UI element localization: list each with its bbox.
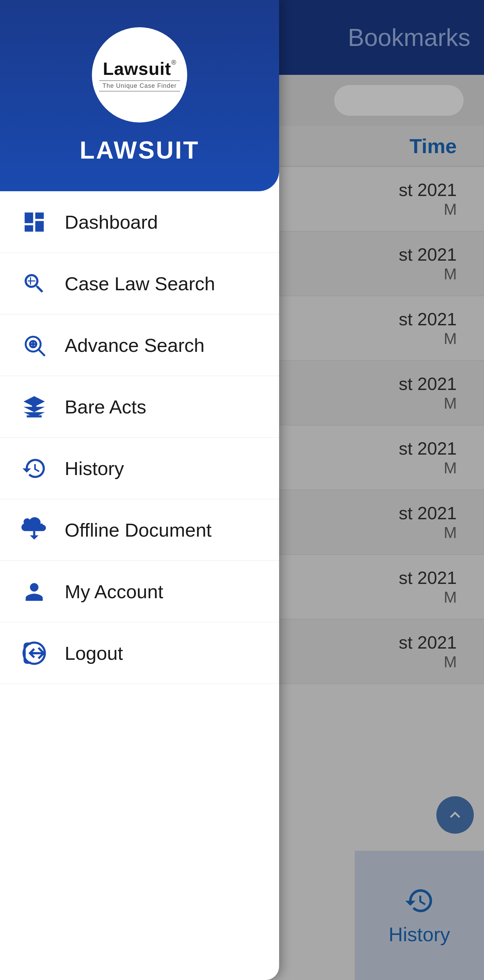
- logo-tagline: The Unique Case Finder: [99, 80, 180, 92]
- logout-icon: [21, 640, 48, 667]
- dashboard-icon: [21, 208, 48, 235]
- app-logo: Lawsuit ® The Unique Case Finder: [92, 27, 187, 123]
- logo-reg: ®: [171, 59, 176, 66]
- sidebar-case-law-label: Case Law Search: [65, 272, 215, 295]
- app-name: LAWSUIT: [80, 136, 199, 164]
- sidebar-item-case-law-search[interactable]: Case Law Search: [0, 253, 279, 314]
- sidebar-logout-label: Logout: [65, 642, 123, 664]
- sidebar-drawer: Lawsuit ® The Unique Case Finder LAWSUIT…: [0, 0, 279, 980]
- sidebar-my-account-label: My Account: [65, 581, 163, 603]
- logo-text: Lawsuit: [103, 59, 171, 79]
- bare-acts-icon: [21, 393, 48, 420]
- sidebar-dashboard-label: Dashboard: [65, 211, 158, 233]
- sidebar-item-advance-search[interactable]: Advance Search: [0, 314, 279, 376]
- my-account-icon: [21, 578, 48, 605]
- sidebar-menu: Dashboard Case Law Search: [0, 191, 279, 980]
- sidebar-bare-acts-label: Bare Acts: [65, 396, 146, 418]
- sidebar-item-logout[interactable]: Logout: [0, 622, 279, 684]
- sidebar-item-history[interactable]: History: [0, 438, 279, 499]
- sidebar-header: Lawsuit ® The Unique Case Finder LAWSUIT: [0, 0, 279, 191]
- sidebar-item-bare-acts[interactable]: Bare Acts: [0, 376, 279, 438]
- sidebar-offline-doc-label: Offline Document: [65, 519, 212, 541]
- sidebar-advance-search-label: Advance Search: [65, 334, 205, 356]
- svg-line-1: [39, 350, 45, 356]
- history-icon: [21, 455, 48, 482]
- offline-document-icon: [21, 516, 48, 543]
- sidebar-item-offline-document[interactable]: Offline Document: [0, 499, 279, 561]
- case-law-search-icon: [21, 270, 48, 297]
- advance-search-icon: [21, 331, 48, 359]
- sidebar-history-label: History: [65, 457, 124, 479]
- sidebar-item-dashboard[interactable]: Dashboard: [0, 191, 279, 253]
- sidebar-item-my-account[interactable]: My Account: [0, 561, 279, 622]
